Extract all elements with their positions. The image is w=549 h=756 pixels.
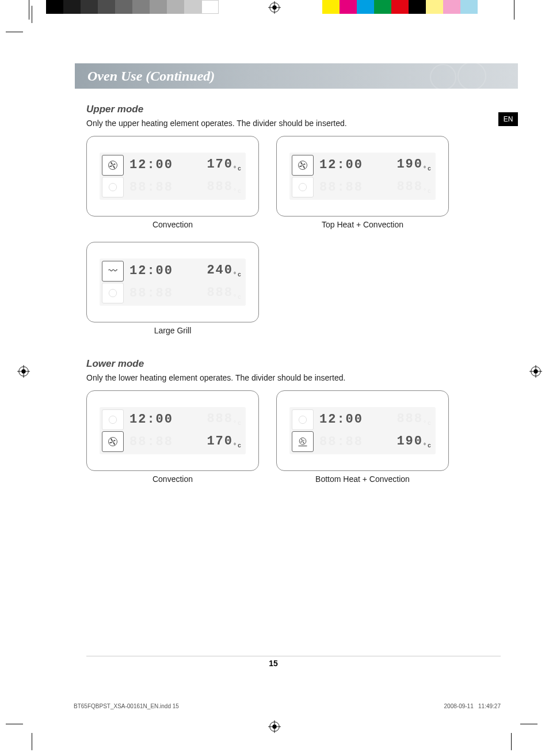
- imprint-datetime: 2008-09-11 11:49:27: [444, 703, 501, 709]
- panel-label: Top Heat + Convection: [276, 220, 449, 229]
- crop-mark: [6, 724, 23, 724]
- footer-rule: [86, 656, 501, 656]
- language-label: EN: [504, 115, 513, 123]
- crop-mark: [520, 724, 537, 724]
- content-area: Upper mode Only the upper heating elemen…: [86, 104, 478, 496]
- grill-icon: [102, 261, 124, 282]
- temp-readout: 170°c: [207, 434, 242, 449]
- fan-icon: [292, 155, 314, 176]
- color-swatch-bar: [322, 0, 478, 14]
- crop-mark: [6, 32, 23, 32]
- time-readout-ghost: 88:88: [129, 180, 173, 195]
- page-frame: Oven Use (Continued) EN Upper mode Only …: [35, 35, 512, 714]
- time-readout-ghost: 88:88: [319, 180, 363, 195]
- mode-icon-ghost: [102, 283, 124, 303]
- fan-icon: [102, 431, 124, 452]
- svg-point-20: [299, 161, 307, 170]
- svg-point-25: [299, 416, 306, 423]
- grayscale-swatch-bar: [46, 0, 219, 14]
- temp-readout-ghost: 888°c: [396, 180, 432, 195]
- temp-readout: 170°c: [207, 157, 242, 172]
- mode-icon-ghost: [102, 409, 124, 430]
- panel-label: Bottom Heat + Convection: [276, 474, 449, 484]
- divider: [514, 0, 514, 20]
- temp-readout: 240°c: [207, 263, 242, 278]
- temp-readout-ghost: 888°c: [207, 180, 242, 195]
- section-heading-band: Oven Use (Continued): [75, 63, 518, 89]
- fan-bottom-icon: [292, 431, 314, 452]
- time-readout: 12:00: [129, 158, 173, 172]
- panel-label: Convection: [86, 220, 259, 229]
- time-readout: 12:00: [129, 412, 173, 427]
- oven-display-panel: 12:00 240°c 88:88 888°c: [86, 242, 259, 322]
- time-readout-ghost: 88:88: [319, 435, 363, 449]
- registration-mark-icon: [268, 720, 281, 733]
- page-title: Oven Use (Continued): [87, 69, 215, 84]
- imprint-file: BT65FQBPST_XSA-00161N_EN.indd 15: [74, 703, 179, 709]
- page-number: 15: [35, 659, 512, 668]
- oven-display-panel: 12:00 888°c 88:88 190°c: [276, 390, 449, 471]
- temp-readout-ghost: 888°c: [396, 412, 432, 427]
- fan-icon: [102, 155, 124, 176]
- temp-readout: 190°c: [396, 434, 432, 449]
- mode-icon-ghost: [292, 177, 314, 197]
- watermark-icon: [426, 61, 495, 93]
- panel-label: Convection: [86, 474, 259, 484]
- svg-point-23: [109, 416, 116, 423]
- temp-readout-ghost: 888°c: [207, 412, 242, 427]
- svg-point-18: [109, 161, 117, 170]
- crop-mark: [32, 733, 32, 750]
- svg-point-19: [109, 183, 116, 191]
- temp-readout: 190°c: [396, 157, 432, 172]
- svg-point-16: [430, 64, 456, 90]
- lower-mode-title: Lower mode: [86, 358, 478, 370]
- svg-point-24: [109, 438, 117, 446]
- mode-icon-ghost: [292, 409, 314, 430]
- divider: [29, 0, 29, 20]
- registration-mark-icon: [529, 365, 542, 378]
- time-readout: 12:00: [319, 158, 363, 172]
- lower-mode-desc: Only the lower heating element operates.…: [86, 373, 478, 382]
- oven-display-panel: 12:00 170°c 88:88 888°c: [86, 136, 259, 216]
- temp-readout-ghost: 888°c: [207, 286, 242, 301]
- registration-mark-icon: [268, 1, 281, 14]
- imprint-line: BT65FQBPST_XSA-00161N_EN.indd 15 2008-09…: [74, 703, 501, 709]
- registration-mark-icon: [17, 365, 30, 378]
- upper-mode-title: Upper mode: [86, 104, 478, 115]
- language-tab: EN: [498, 112, 518, 126]
- panel-label: Large Grill: [86, 326, 259, 335]
- svg-point-21: [299, 183, 306, 191]
- upper-mode-desc: Only the upper heating element operates.…: [86, 119, 478, 128]
- svg-point-22: [109, 289, 116, 297]
- oven-display-panel: 12:00 190°c 88:88 888°c: [276, 136, 449, 216]
- time-readout-ghost: 88:88: [129, 435, 173, 449]
- oven-display-panel: 12:00 888°c 88:88 170°c: [86, 390, 259, 471]
- time-readout-ghost: 88:88: [129, 286, 173, 301]
- crop-mark: [511, 733, 512, 750]
- mode-icon-ghost: [102, 177, 124, 197]
- time-readout: 12:00: [319, 412, 363, 427]
- crop-mark: [32, 6, 32, 23]
- svg-point-17: [458, 62, 486, 90]
- time-readout: 12:00: [129, 264, 173, 278]
